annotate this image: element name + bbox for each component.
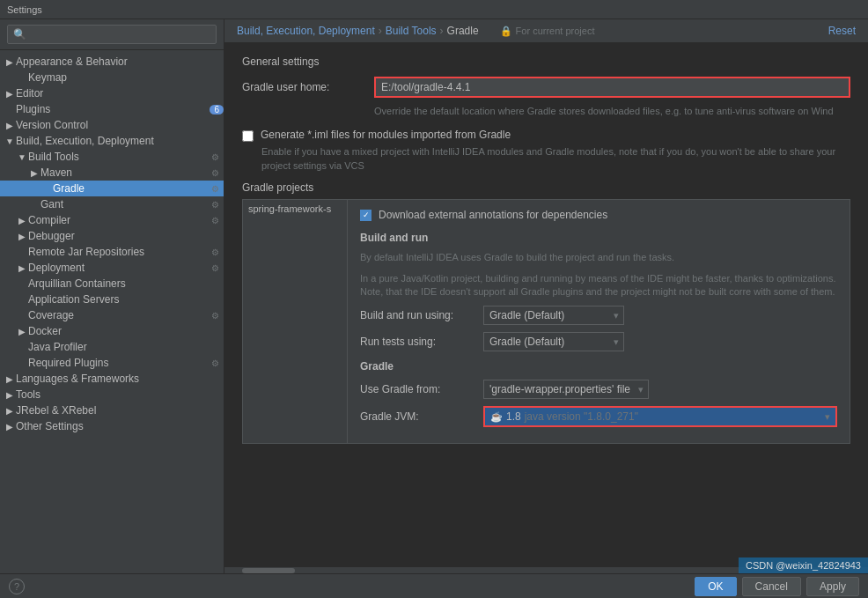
gradle-project-settings: ✓ Download external annotations for depe… bbox=[348, 199, 850, 444]
config-icon-coverage[interactable]: ⚙ bbox=[206, 311, 224, 321]
sidebar-item-compiler[interactable]: ▶Compiler⚙ bbox=[0, 212, 224, 228]
project-scope: 🔒 For current project bbox=[500, 26, 595, 37]
download-annotations-checkbox[interactable]: ✓ bbox=[360, 210, 371, 221]
sidebar-item-deployment[interactable]: ▶Deployment⚙ bbox=[0, 260, 224, 276]
arrow-jrebel-xrebel: ▶ bbox=[4, 406, 16, 416]
arrow-maven: ▶ bbox=[28, 168, 40, 178]
sidebar-tree: ▶Appearance & BehaviorKeymap▶EditorPlugi… bbox=[0, 50, 224, 573]
sidebar-item-keymap[interactable]: Keymap bbox=[0, 70, 224, 85]
breadcrumb-sep-1: › bbox=[379, 25, 382, 37]
sidebar-item-debugger[interactable]: ▶Debugger bbox=[0, 228, 224, 244]
sidebar-item-remote-jar-repos[interactable]: Remote Jar Repositories⚙ bbox=[0, 244, 224, 260]
gradle-projects-title: Gradle projects bbox=[242, 181, 850, 194]
generate-iml-row: Generate *.iml files for modules importe… bbox=[242, 129, 850, 142]
config-icon-maven[interactable]: ⚙ bbox=[206, 168, 224, 178]
sidebar-item-editor[interactable]: ▶Editor bbox=[0, 85, 224, 101]
sidebar-label-gradle: Gradle bbox=[53, 182, 206, 195]
sidebar-label-build-execution-deployment: Build, Execution, Deployment bbox=[16, 135, 224, 147]
sidebar-label-java-profiler: Java Profiler bbox=[28, 341, 224, 353]
sidebar-item-appearance-behavior[interactable]: ▶Appearance & Behavior bbox=[0, 54, 224, 70]
general-settings-title: General settings bbox=[242, 55, 850, 68]
sidebar-item-application-servers[interactable]: Application Servers bbox=[0, 292, 224, 307]
breadcrumb-sep-2: › bbox=[440, 25, 444, 37]
jvm-detail: java version "1.8.0_271" bbox=[525, 410, 638, 423]
sidebar-label-remote-jar-repos: Remote Jar Repositories bbox=[28, 246, 206, 258]
download-annotations-row: ✓ Download external annotations for depe… bbox=[360, 209, 837, 221]
build-and-run-title: Build and run bbox=[360, 232, 837, 244]
config-icon-deployment[interactable]: ⚙ bbox=[206, 263, 224, 273]
sidebar-label-required-plugins: Required Plugins bbox=[28, 357, 206, 369]
sidebar-item-tools[interactable]: ▶Tools bbox=[0, 387, 224, 402]
run-tests-using-select[interactable]: Gradle (Default) IntelliJ IDEA bbox=[483, 332, 624, 351]
arrow-debugger: ▶ bbox=[16, 232, 28, 241]
sidebar-item-gant[interactable]: Gant⚙ bbox=[0, 196, 224, 212]
gradle-projects-panel: spring-framework-s ✓ Download external a… bbox=[242, 199, 850, 444]
gradle-project-item[interactable]: spring-framework-s bbox=[243, 200, 347, 218]
sidebar-label-editor: Editor bbox=[16, 87, 224, 100]
sidebar-item-docker[interactable]: ▶Docker bbox=[0, 323, 224, 339]
sidebar-label-tools: Tools bbox=[16, 388, 224, 401]
config-icon-remote-jar-repos[interactable]: ⚙ bbox=[206, 247, 224, 257]
build-run-using-row: Build and run using: Gradle (Default) In… bbox=[360, 306, 837, 325]
use-gradle-from-dropdown-wrapper: 'gradle-wrapper.properties' file Specifi… bbox=[483, 380, 649, 399]
sidebar-item-languages-frameworks[interactable]: ▶Languages & Frameworks bbox=[0, 371, 224, 387]
settings-window: Settings ▶Appearance & BehaviorKeymap▶Ed… bbox=[0, 0, 868, 598]
gradle-jvm-select-wrapper[interactable]: ☕ 1.8 java version "1.8.0_271" bbox=[483, 406, 837, 427]
sidebar-label-deployment: Deployment bbox=[28, 262, 206, 274]
run-tests-using-row: Run tests using: Gradle (Default) Intell… bbox=[360, 332, 837, 351]
build-run-using-label: Build and run using: bbox=[360, 309, 474, 321]
sidebar-item-coverage[interactable]: Coverage⚙ bbox=[0, 307, 224, 323]
arrow-compiler: ▶ bbox=[16, 216, 28, 225]
sidebar-label-languages-frameworks: Languages & Frameworks bbox=[16, 373, 224, 385]
build-run-hint1: By default IntelliJ IDEA uses Gradle to … bbox=[360, 251, 837, 264]
sidebar-label-debugger: Debugger bbox=[28, 230, 224, 242]
sidebar-item-gradle[interactable]: Gradle⚙ bbox=[0, 181, 224, 196]
sidebar-item-other-settings[interactable]: ▶Other Settings bbox=[0, 418, 224, 434]
sidebar-item-required-plugins[interactable]: Required Plugins⚙ bbox=[0, 355, 224, 371]
bottom-bar-left: ? bbox=[9, 579, 25, 594]
apply-button[interactable]: Apply bbox=[806, 577, 859, 596]
gradle-section-title: Gradle bbox=[360, 360, 837, 373]
sidebar-label-build-tools: Build Tools bbox=[28, 151, 206, 163]
search-input[interactable] bbox=[7, 25, 217, 44]
reset-button[interactable]: Reset bbox=[828, 25, 856, 37]
config-icon-build-tools[interactable]: ⚙ bbox=[206, 152, 224, 162]
use-gradle-from-row: Use Gradle from: 'gradle-wrapper.propert… bbox=[360, 380, 837, 399]
gradle-user-home-row: Gradle user home: bbox=[242, 77, 850, 98]
sidebar-item-arquillian-containers[interactable]: Arquillian Containers bbox=[0, 276, 224, 292]
generate-iml-hint: Enable if you have a mixed project with … bbox=[242, 145, 850, 173]
gradle-user-home-input[interactable] bbox=[374, 77, 850, 98]
ok-button[interactable]: OK bbox=[695, 577, 736, 596]
sidebar-item-plugins[interactable]: Plugins6 bbox=[0, 101, 224, 117]
sidebar-item-java-profiler[interactable]: Java Profiler bbox=[0, 339, 224, 355]
sidebar-item-version-control[interactable]: ▶Version Control bbox=[0, 117, 224, 133]
sidebar-item-jrebel-xrebel[interactable]: ▶JRebel & XRebel bbox=[0, 402, 224, 418]
sidebar-label-plugins: Plugins bbox=[16, 103, 206, 115]
sidebar-label-application-servers: Application Servers bbox=[28, 293, 224, 306]
breadcrumb-link-1[interactable]: Build, Execution, Deployment bbox=[237, 25, 375, 37]
generate-iml-label: Generate *.iml files for modules importe… bbox=[261, 129, 511, 141]
gradle-user-home-hint: Override the default location where Grad… bbox=[242, 105, 850, 118]
sidebar-label-maven: Maven bbox=[40, 166, 206, 179]
use-gradle-from-select[interactable]: 'gradle-wrapper.properties' file Specifi… bbox=[483, 380, 649, 399]
build-run-using-dropdown-wrapper: Gradle (Default) IntelliJ IDEA bbox=[483, 306, 624, 325]
scrollbar-thumb[interactable] bbox=[242, 568, 295, 573]
sidebar-item-build-execution-deployment[interactable]: ▼Build, Execution, Deployment bbox=[0, 133, 224, 149]
config-icon-gant[interactable]: ⚙ bbox=[206, 200, 224, 210]
sidebar-label-coverage: Coverage bbox=[28, 309, 206, 321]
gradle-jvm-row: Gradle JVM: ☕ 1.8 java version "1.8.0_27… bbox=[360, 406, 837, 427]
sidebar-label-keymap: Keymap bbox=[28, 71, 224, 84]
build-run-using-select[interactable]: Gradle (Default) IntelliJ IDEA bbox=[483, 306, 624, 325]
sidebar: ▶Appearance & BehaviorKeymap▶EditorPlugi… bbox=[0, 19, 224, 573]
config-icon-gradle[interactable]: ⚙ bbox=[206, 184, 224, 194]
sidebar-item-build-tools[interactable]: ▼Build Tools⚙ bbox=[0, 149, 224, 165]
help-button[interactable]: ? bbox=[9, 579, 25, 594]
arrow-languages-frameworks: ▶ bbox=[4, 374, 16, 384]
config-icon-compiler[interactable]: ⚙ bbox=[206, 216, 224, 225]
config-icon-required-plugins[interactable]: ⚙ bbox=[206, 358, 224, 368]
cancel-button[interactable]: Cancel bbox=[742, 577, 801, 596]
generate-iml-checkbox[interactable] bbox=[242, 130, 254, 142]
breadcrumb-link-2[interactable]: Build Tools bbox=[386, 25, 437, 37]
sidebar-item-maven[interactable]: ▶Maven⚙ bbox=[0, 165, 224, 181]
run-tests-using-dropdown-wrapper: Gradle (Default) IntelliJ IDEA bbox=[483, 332, 624, 351]
